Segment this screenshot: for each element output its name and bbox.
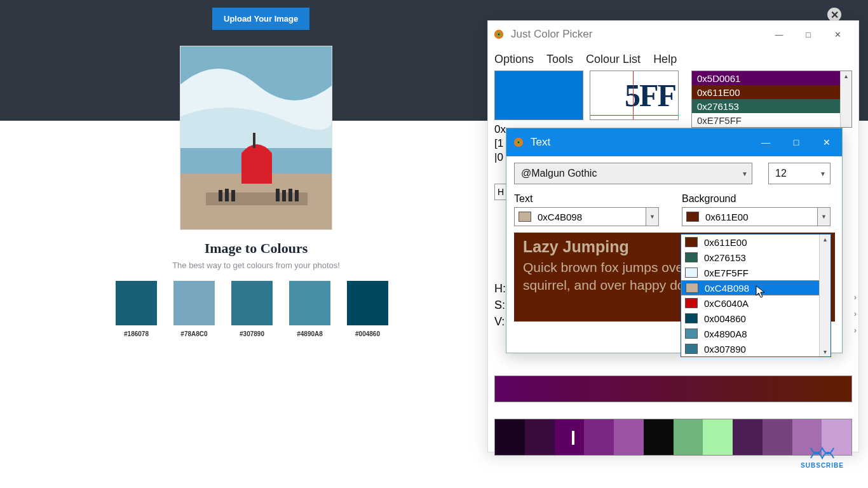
svg-rect-11 [295, 190, 299, 201]
palette-swatch[interactable]: #78A8C0 [173, 281, 215, 337]
palette-swatch[interactable]: #186078 [116, 281, 157, 337]
menu-options[interactable]: Options [494, 53, 534, 66]
colour-list-item[interactable]: 0x611E00 [692, 85, 851, 99]
menu-colour-list[interactable]: Colour List [586, 53, 641, 66]
app-icon [513, 137, 524, 148]
gradient-bar[interactable] [494, 376, 852, 402]
dropdown-option[interactable]: 0x004860 [681, 311, 831, 326]
mouse-cursor-icon [756, 285, 767, 299]
font-select[interactable]: @Malgun Gothic▼ [514, 163, 752, 184]
current-colour-swatch[interactable] [494, 71, 583, 120]
colour-list[interactable]: 0x5D0061 0x611E00 0x276153 0xE7F5FF [691, 71, 852, 128]
svg-rect-4 [253, 133, 255, 148]
colour-list-item[interactable]: 0xE7F5FF [692, 113, 851, 127]
menu-help[interactable]: Help [653, 53, 677, 66]
font-size-select[interactable]: 12▼ [768, 163, 831, 184]
svg-rect-8 [276, 189, 280, 201]
close-button[interactable]: ✕ [811, 128, 842, 156]
chevron-right-icon[interactable]: › [854, 309, 857, 318]
palette-swatch[interactable]: #307890 [231, 281, 273, 337]
title-text: Just Color Picker [511, 28, 592, 41]
close-icon[interactable]: ✕ [827, 8, 841, 22]
dropdown-option[interactable]: 0x611E00 [681, 234, 831, 250]
svg-rect-9 [282, 190, 286, 201]
title-text: Text [531, 136, 550, 149]
chevron-right-icon[interactable]: › [854, 326, 857, 335]
minimize-button[interactable]: — [764, 25, 794, 43]
chevron-down-icon: ▼ [817, 208, 830, 226]
palette-swatch[interactable]: #004860 [347, 281, 388, 337]
dropdown-option[interactable]: 0x307890 [681, 341, 831, 356]
dropdown-option[interactable]: 0x276153 [681, 250, 831, 265]
background-colour-label: Background [682, 193, 736, 205]
svg-rect-7 [231, 190, 235, 201]
sample-image [180, 46, 332, 230]
chevron-down-icon: ▼ [820, 170, 826, 177]
hsv-labels: H:S:V: [494, 280, 506, 330]
app-icon [493, 29, 505, 40]
colour-code-readout: 0x [1 |0 [494, 123, 506, 165]
text-colour-label: Text [514, 193, 532, 205]
shade-bar[interactable] [494, 419, 852, 456]
palette-swatch[interactable]: #4890A8 [289, 281, 330, 337]
page-title: Image to Colours [0, 240, 512, 257]
close-button[interactable]: ✕ [823, 25, 852, 43]
scrollbar[interactable] [819, 234, 831, 356]
menu-tools[interactable]: Tools [546, 53, 573, 66]
svg-rect-6 [225, 189, 229, 201]
text-colour-select[interactable]: 0xC4B098 ▼ [514, 207, 659, 226]
dropdown-option[interactable]: 0x4890A8 [681, 326, 831, 341]
page-subtitle: The best way to get colours from your ph… [0, 261, 512, 270]
minimize-button[interactable]: — [750, 128, 781, 156]
colour-swatch-icon [686, 212, 699, 222]
scrollbar[interactable] [840, 71, 851, 127]
chevron-right-icon[interactable]: › [854, 293, 857, 302]
zoom-preview: 5FF [590, 71, 679, 120]
maximize-button[interactable]: □ [794, 25, 823, 43]
titlebar[interactable]: Text — □ ✕ [506, 128, 842, 156]
dropdown-option[interactable]: 0xE7F5FF [681, 265, 831, 280]
svg-rect-3 [241, 153, 272, 184]
colour-list-item[interactable]: 0x5D0061 [692, 71, 851, 85]
colour-list-item[interactable]: 0x276153 [692, 99, 851, 113]
titlebar[interactable]: Just Color Picker — □ ✕ [488, 21, 858, 48]
svg-rect-5 [219, 190, 222, 201]
extracted-palette: #186078 #78A8C0 #307890 #4890A8 #004860 [116, 281, 388, 337]
shade-marker [572, 431, 574, 445]
upload-image-button[interactable]: Upload Your Image [212, 8, 309, 30]
subscribe-badge[interactable]: SUBSCRIBE [801, 445, 844, 469]
svg-rect-10 [288, 189, 292, 201]
svg-point-14 [498, 34, 500, 36]
maximize-button[interactable]: □ [781, 128, 811, 156]
chevron-down-icon: ▼ [646, 208, 658, 226]
menubar: Options Tools Colour List Help [488, 48, 858, 71]
svg-point-17 [518, 142, 520, 144]
chevron-down-icon: ▼ [742, 170, 748, 177]
background-colour-select[interactable]: 0x611E00 ▼ [682, 207, 831, 226]
colour-swatch-icon [519, 212, 531, 222]
